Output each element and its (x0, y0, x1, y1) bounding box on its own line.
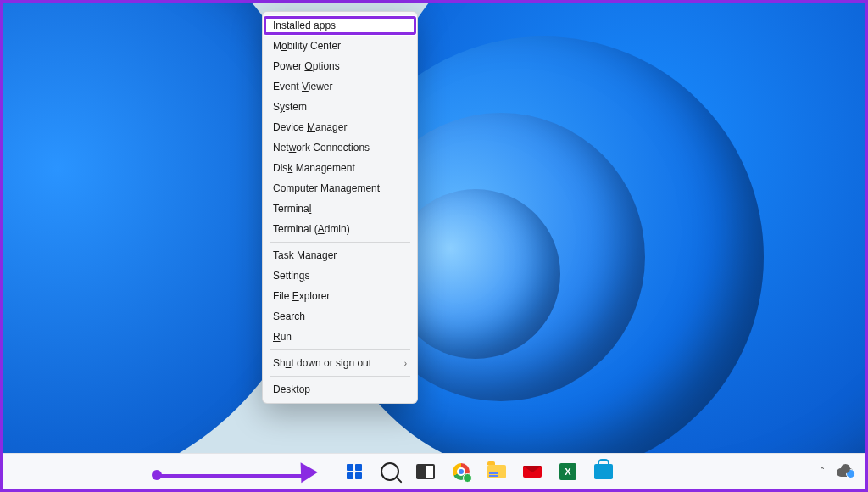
taskbar-app-mail[interactable] (522, 461, 542, 482)
menu-item-label: Event Viewer (273, 81, 333, 92)
task-view-button[interactable] (415, 461, 436, 482)
menu-item-search[interactable]: Search (263, 306, 417, 327)
menu-item-label: Run (273, 331, 292, 343)
menu-item-disk-management[interactable]: Disk Management (263, 158, 417, 178)
search-button[interactable] (380, 461, 400, 482)
menu-item-label: Search (273, 310, 305, 322)
menu-item-label: File Explorer (273, 290, 330, 302)
menu-separator (270, 376, 410, 377)
menu-item-label: Power Options (273, 60, 340, 72)
menu-item-installed-apps[interactable]: Installed apps (263, 15, 417, 36)
menu-separator (270, 349, 410, 350)
menu-item-label: Terminal (273, 203, 311, 215)
onedrive-icon[interactable] (837, 467, 854, 477)
store-icon (594, 464, 613, 479)
mail-icon (523, 466, 542, 478)
menu-item-system[interactable]: System (263, 97, 417, 117)
chevron-right-icon: › (396, 359, 407, 368)
menu-item-terminal[interactable]: Terminal (263, 198, 417, 219)
taskbar: X ˄ (3, 453, 865, 489)
chrome-icon (453, 463, 470, 480)
menu-item-task-manager[interactable]: Task Manager (263, 245, 417, 266)
desktop: Installed appsMobility CenterPower Optio… (0, 0, 868, 492)
menu-item-label: Shut down or sign out (273, 357, 371, 369)
menu-item-label: Terminal (Admin) (273, 223, 350, 235)
menu-separator (270, 242, 410, 243)
menu-item-label: Settings (273, 270, 309, 282)
taskbar-center: X (138, 461, 820, 482)
menu-item-shut-down-or-sign-out[interactable]: Shut down or sign out› (263, 353, 417, 373)
start-button[interactable] (344, 461, 364, 482)
menu-item-file-explorer[interactable]: File Explorer (263, 286, 417, 306)
menu-item-terminal-admin-[interactable]: Terminal (Admin) (263, 219, 417, 239)
menu-item-run[interactable]: Run (263, 327, 417, 347)
menu-item-settings[interactable]: Settings (263, 266, 417, 286)
menu-item-power-options[interactable]: Power Options (263, 56, 417, 76)
tray-overflow-button[interactable]: ˄ (820, 466, 825, 478)
search-icon (381, 462, 399, 481)
menu-item-device-manager[interactable]: Device Manager (263, 117, 417, 137)
excel-icon: X (559, 463, 576, 480)
menu-item-label: Network Connections (273, 142, 370, 154)
wallpaper-bloom (3, 3, 865, 489)
taskbar-app-store[interactable] (593, 461, 614, 482)
taskbar-app-chrome[interactable] (451, 461, 471, 482)
menu-item-label: System (273, 101, 307, 113)
menu-item-label: Disk Management (273, 162, 355, 174)
taskbar-app-excel[interactable]: X (558, 461, 578, 482)
folder-icon (487, 465, 506, 478)
menu-item-computer-management[interactable]: Computer Management (263, 178, 417, 198)
task-view-icon (416, 464, 435, 479)
menu-item-desktop[interactable]: Desktop (263, 379, 417, 400)
menu-item-label: Installed apps (273, 20, 336, 31)
system-tray: ˄ (820, 466, 865, 478)
menu-item-event-viewer[interactable]: Event Viewer (263, 76, 417, 97)
taskbar-app-explorer[interactable] (487, 461, 507, 482)
winx-context-menu[interactable]: Installed appsMobility CenterPower Optio… (262, 11, 418, 404)
menu-item-network-connections[interactable]: Network Connections (263, 137, 417, 158)
menu-item-mobility-center[interactable]: Mobility Center (263, 36, 417, 56)
menu-item-label: Mobility Center (273, 40, 341, 52)
menu-item-label: Desktop (273, 383, 310, 395)
menu-item-label: Device Manager (273, 121, 347, 133)
menu-item-label: Task Manager (273, 249, 337, 261)
menu-item-label: Computer Management (273, 182, 380, 194)
